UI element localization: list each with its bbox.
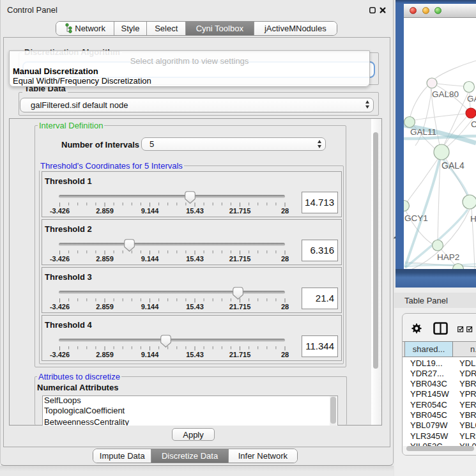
svg-text:HAP2: HAP2 xyxy=(437,252,459,262)
svg-text:C: C xyxy=(471,119,476,129)
svg-text:H: H xyxy=(470,214,476,224)
svg-text:GA: GA xyxy=(467,94,476,104)
svg-text:GAL80: GAL80 xyxy=(432,89,459,99)
svg-text:GAL11: GAL11 xyxy=(410,127,436,137)
svg-text:GCY1: GCY1 xyxy=(404,213,428,223)
svg-text:GAL4: GAL4 xyxy=(441,160,464,171)
